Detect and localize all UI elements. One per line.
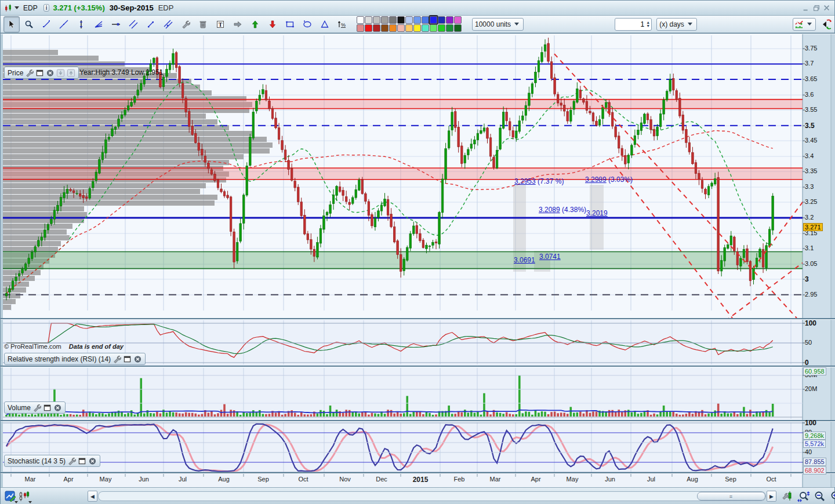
color-swatch[interactable] bbox=[430, 16, 437, 24]
color-swatch[interactable] bbox=[357, 16, 364, 24]
quote-date: 30-Sep-2015 bbox=[110, 3, 154, 12]
sell-arrow-tool[interactable] bbox=[264, 16, 281, 32]
chart-canvas[interactable] bbox=[1, 33, 835, 487]
stoch-close-icon[interactable] bbox=[88, 456, 97, 465]
color-swatch[interactable] bbox=[389, 16, 397, 24]
restore-button[interactable] bbox=[812, 4, 821, 12]
zoom-tool[interactable] bbox=[21, 16, 37, 32]
volume-close-icon[interactable] bbox=[53, 403, 62, 412]
info-button[interactable]: i bbox=[43, 4, 50, 12]
volume-window-icon[interactable] bbox=[43, 403, 52, 412]
chart-settings-icon[interactable] bbox=[4, 490, 17, 503]
rsi-axis-tick: 0 bbox=[805, 359, 809, 367]
color-swatch[interactable] bbox=[422, 16, 429, 24]
color-swatch[interactable] bbox=[454, 24, 462, 32]
volume-panel-header: Volume bbox=[4, 401, 66, 414]
text-tool[interactable]: T bbox=[212, 16, 228, 32]
price-level-annotation[interactable]: 3.2019 bbox=[586, 209, 608, 217]
triangle-tool[interactable] bbox=[317, 16, 333, 32]
scrollbar-thumb[interactable]: ≡ bbox=[697, 492, 765, 501]
bars-count-spinner[interactable]: 1 ▲▼ bbox=[615, 18, 652, 31]
color-swatch[interactable] bbox=[373, 16, 380, 24]
price-level-annotation[interactable]: 3.0691 bbox=[514, 256, 535, 264]
zoom-out-icon[interactable] bbox=[814, 490, 826, 503]
rsi-settings-icon[interactable] bbox=[112, 355, 121, 363]
color-swatch[interactable] bbox=[430, 24, 437, 32]
x-axis-month-label: Aug bbox=[218, 476, 230, 483]
minimize-button[interactable] bbox=[802, 4, 810, 12]
price-move-up-icon[interactable] bbox=[67, 68, 75, 77]
color-swatch[interactable] bbox=[438, 24, 445, 32]
delete-drawing-button[interactable] bbox=[195, 16, 211, 32]
drawing-settings-button[interactable] bbox=[177, 16, 194, 32]
x-axis-month-label: Mar bbox=[25, 476, 36, 483]
spinner-arrows-icon[interactable]: ▲▼ bbox=[646, 21, 650, 28]
buy-arrow-tool[interactable] bbox=[247, 16, 263, 32]
status-right-icons bbox=[781, 490, 835, 503]
price-move-down-icon[interactable] bbox=[56, 68, 65, 77]
candle-settings-icon[interactable] bbox=[781, 490, 794, 503]
color-swatch[interactable] bbox=[413, 16, 421, 24]
segment-tool[interactable] bbox=[38, 16, 55, 32]
channel-tool[interactable] bbox=[160, 16, 176, 32]
close-button[interactable] bbox=[823, 4, 831, 12]
price-level-annotation[interactable]: 3.0741 bbox=[539, 253, 561, 261]
x-axis-month-label: Jun bbox=[605, 476, 615, 483]
color-swatch[interactable] bbox=[357, 24, 364, 32]
color-swatch[interactable] bbox=[397, 24, 405, 32]
color-swatch[interactable] bbox=[397, 16, 405, 24]
color-swatch[interactable] bbox=[422, 24, 429, 32]
color-swatch[interactable] bbox=[389, 24, 397, 32]
color-swatch[interactable] bbox=[405, 24, 413, 32]
price-level-annotation[interactable]: 3.2089 (4.38%) bbox=[539, 206, 586, 214]
rsi-window-icon[interactable] bbox=[123, 355, 132, 363]
collapse-panel-button[interactable] bbox=[822, 18, 832, 31]
price-window-icon[interactable] bbox=[35, 68, 44, 77]
price-settings-icon[interactable] bbox=[25, 68, 34, 77]
line-tool[interactable] bbox=[56, 16, 72, 32]
trend-fan-tool[interactable] bbox=[90, 16, 107, 32]
compare-mode-icon[interactable] bbox=[18, 490, 31, 503]
vertical-line-tool[interactable] bbox=[73, 16, 89, 32]
period-dropdown[interactable]: (x) days bbox=[656, 18, 697, 31]
zoom-drag-icon[interactable] bbox=[797, 490, 810, 503]
rectangle-tool[interactable] bbox=[282, 16, 298, 32]
color-swatch[interactable] bbox=[446, 24, 453, 32]
scrollbar-track[interactable]: ≡ bbox=[98, 491, 766, 501]
instrument-dropdown-caret-icon[interactable] bbox=[14, 6, 19, 9]
color-swatch[interactable] bbox=[381, 16, 389, 24]
price-axis-tick: 3.5 bbox=[805, 122, 815, 130]
price-level-annotation[interactable]: 3.2989 (3.03%) bbox=[585, 176, 633, 184]
ellipse-tool[interactable] bbox=[299, 16, 315, 32]
scroll-left-button[interactable]: ◀ bbox=[88, 491, 97, 502]
chart-type-button[interactable] bbox=[793, 18, 816, 31]
scroll-right-button[interactable]: ▶ bbox=[767, 491, 776, 502]
short-segment-tool[interactable] bbox=[143, 16, 159, 32]
percent-tool[interactable]: % bbox=[334, 16, 350, 32]
color-swatch[interactable] bbox=[381, 24, 389, 32]
select-tool[interactable] bbox=[3, 16, 20, 32]
stoch-settings-icon[interactable] bbox=[67, 456, 76, 465]
x-axis-month-label: 2015 bbox=[413, 476, 429, 484]
color-swatch[interactable] bbox=[446, 16, 453, 24]
parallel-lines-tool[interactable] bbox=[125, 16, 141, 32]
rsi-close-icon[interactable] bbox=[133, 355, 142, 363]
color-swatch[interactable] bbox=[365, 16, 372, 24]
color-swatch[interactable] bbox=[365, 24, 372, 32]
zoom-in-icon[interactable] bbox=[830, 490, 835, 503]
color-swatch[interactable] bbox=[454, 16, 462, 24]
color-swatch[interactable] bbox=[373, 24, 380, 32]
color-palette bbox=[357, 16, 462, 32]
price-close-icon[interactable] bbox=[46, 68, 55, 77]
instrument-name: EDP bbox=[158, 3, 174, 12]
arrow-annotation-tool[interactable] bbox=[230, 16, 246, 32]
color-swatch[interactable] bbox=[405, 16, 413, 24]
price-level-annotation[interactable]: 3.2953 (7.37 %) bbox=[514, 177, 564, 185]
horizontal-line-tool[interactable] bbox=[108, 16, 124, 32]
volume-settings-icon[interactable] bbox=[32, 403, 41, 412]
color-swatch[interactable] bbox=[438, 16, 445, 24]
color-swatch[interactable] bbox=[413, 24, 421, 32]
units-dropdown[interactable]: 10000 units bbox=[472, 18, 524, 31]
stoch-window-icon[interactable] bbox=[78, 456, 86, 465]
copyright-line: © ProRealTime.com Data is end of day bbox=[4, 343, 124, 350]
